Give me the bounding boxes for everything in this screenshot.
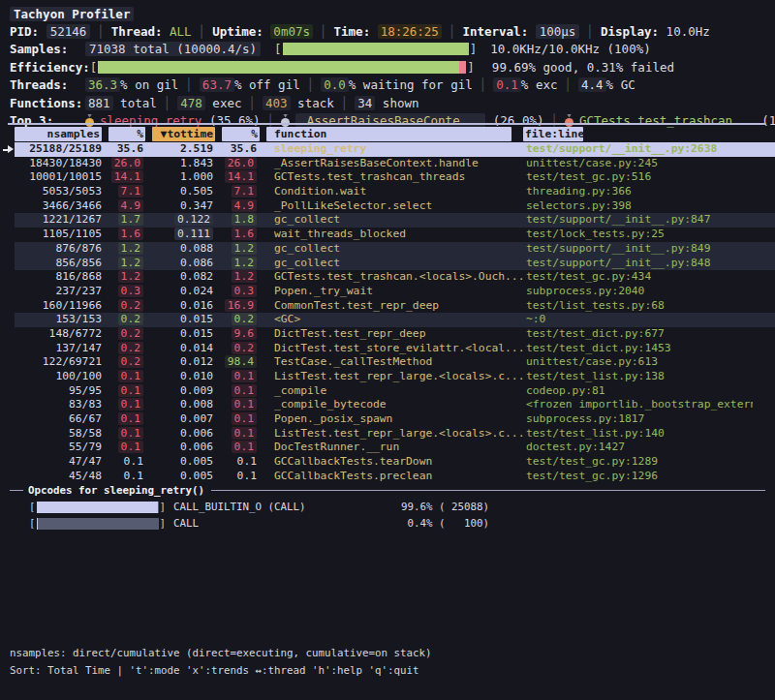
cell-tottime: 1.843 xyxy=(145,157,215,171)
tottime-value: 2.519 xyxy=(180,142,213,155)
pct-direct-value: 1.2 xyxy=(118,257,143,269)
cell-nsamples: 160/11966 xyxy=(15,299,102,314)
pct-cumulative-value: 1.2 xyxy=(232,257,257,269)
cell-function: Condition.wait xyxy=(260,185,526,199)
footer: nsamples: direct/cumulative (direct=exec… xyxy=(10,645,432,680)
tottime-value: 0.006 xyxy=(180,441,213,453)
cell-nsamples: 137/147 xyxy=(15,342,102,356)
table-row[interactable]: 122/697210.20.01298.4TestCase._callTestM… xyxy=(15,355,775,370)
opcode-row: []CALL 0.4% ( 100) xyxy=(29,516,765,531)
cell-pct-direct: 1.2 xyxy=(102,242,145,257)
table-header-cell: nsamples xyxy=(15,127,102,141)
table-row[interactable]: 5053/50537.10.5057.1Condition.waitthread… xyxy=(15,185,775,199)
samples-bar-close-bracket: ] xyxy=(470,42,478,56)
table-row[interactable]: 58/580.10.0060.1ListTest.test_repr_large… xyxy=(15,427,775,441)
table-row[interactable]: 160/119660.20.01616.9CommonTest.test_rep… xyxy=(15,299,775,314)
cell-pct-direct: 1.2 xyxy=(102,257,145,271)
table-row[interactable]: 3466/34664.90.3474.9_PollLikeSelector.se… xyxy=(15,199,775,214)
cell-pct-direct: 0.2 xyxy=(102,299,145,314)
table-row[interactable]: 47/470.10.0050.1GCCallbackTests.tearDown… xyxy=(15,455,775,470)
cell-nsamples: 856/856 xyxy=(15,257,102,271)
stat-value: 478 xyxy=(177,96,205,110)
cell-pct-direct: 0.2 xyxy=(102,327,145,342)
cell-tottime: 0.505 xyxy=(145,185,215,199)
opcode-percentage: 99.6% ( 25088) xyxy=(401,501,489,513)
cell-file-line: test/list_tests.py:68 xyxy=(526,299,753,314)
efficiency-bar-open-bracket: [ xyxy=(90,60,98,75)
table-row[interactable]: 148/67720.20.0159.6DictTest.test_repr_de… xyxy=(15,327,775,342)
table-row[interactable]: 45/480.10.0050.1GCCallbackTests.preclean… xyxy=(15,470,775,484)
samples-bar-open-bracket: [ xyxy=(274,42,282,56)
tottime-value: 0.007 xyxy=(180,412,213,425)
cell-nsamples: 1105/1105 xyxy=(15,228,102,242)
cell-nsamples: 876/876 xyxy=(15,242,102,257)
pct-direct-value: 0.1 xyxy=(118,441,143,453)
pct-direct-value: 0.2 xyxy=(118,327,143,340)
table-row[interactable]: 1221/12671.70.1221.8gc_collecttest/suppo… xyxy=(15,213,775,228)
table-row[interactable]: 100/1000.10.0100.1ListTest.test_repr_lar… xyxy=(15,370,775,384)
column-header-pct-cumulative[interactable]: % xyxy=(222,127,260,141)
table-row[interactable]: 25188/2518935.62.51935.6sleeping_retryte… xyxy=(15,142,775,157)
table-row[interactable]: 10001/1001514.11.00014.1GCTests.test_tra… xyxy=(15,170,775,185)
table-row[interactable]: 55/790.10.0060.1DocTestRunner.__rundocte… xyxy=(15,441,775,455)
cell-file-line: test/test_gc.py:516 xyxy=(526,170,753,185)
cell-file-line: test/test_dict.py:1453 xyxy=(526,342,753,356)
pct-direct-value: 1.6 xyxy=(118,228,143,240)
cell-pct-cumulative: 0.2 xyxy=(215,342,260,356)
opcode-name: CALL_BUILTIN_O (CALL) xyxy=(173,501,401,513)
functions-label: Functions: xyxy=(10,96,85,110)
cell-function: gc_collect xyxy=(260,257,526,271)
cell-pct-cumulative: 0.1 xyxy=(215,412,260,427)
cell-nsamples: 25188/25189 xyxy=(15,142,102,157)
column-header-pct-direct[interactable]: % xyxy=(108,127,145,141)
table-row[interactable]: 18430/1843026.01.84326.0_AssertRaisesBas… xyxy=(15,157,775,171)
pct-cumulative-value: 0.1 xyxy=(237,470,257,482)
stat-value: 881 xyxy=(85,96,113,110)
cell-tottime: 0.014 xyxy=(145,342,215,356)
pct-direct-value: 0.2 xyxy=(118,313,143,325)
pct-direct-value: 0.2 xyxy=(118,342,143,354)
table-row[interactable]: 816/8681.20.0821.2GCTests.test_trashcan.… xyxy=(15,270,775,285)
column-header-file-line[interactable]: file:line xyxy=(523,127,583,141)
table-row[interactable]: 137/1470.20.0140.2DictTest.test_store_ev… xyxy=(15,342,775,356)
cell-pct-direct: 0.1 xyxy=(102,370,145,384)
table-row[interactable]: 153/1530.20.0150.2<GC>~:0 xyxy=(15,313,775,327)
column-header-function[interactable]: function xyxy=(266,127,512,141)
cell-file-line: test/test_gc.py:1296 xyxy=(526,470,753,484)
stat-value: 403 xyxy=(263,96,291,110)
cell-tottime: 0.009 xyxy=(145,384,215,399)
cell-pct-cumulative: 0.3 xyxy=(215,285,260,299)
stat-item: 4.4% GC xyxy=(578,77,636,92)
stats-table: nsamples%▼tottime%functionfile:line 2518… xyxy=(0,123,775,484)
cell-tottime: 0.007 xyxy=(145,412,215,427)
cell-pct-cumulative: 98.4 xyxy=(215,355,260,370)
table-row[interactable]: 856/8561.20.0861.2gc_collecttest/support… xyxy=(15,257,775,271)
column-header-tottime-sorted[interactable]: ▼tottime xyxy=(152,127,215,141)
pct-cumulative-value: 0.2 xyxy=(232,313,257,325)
tottime-value: 0.111 xyxy=(174,228,213,240)
cell-pct-cumulative: 0.1 xyxy=(215,455,260,470)
cell-pct-cumulative: 4.9 xyxy=(215,199,260,214)
cell-tottime: 0.012 xyxy=(145,355,215,370)
table-row[interactable]: 237/2370.30.0240.3Popen._try_waitsubproc… xyxy=(15,285,775,299)
table-row[interactable]: 83/830.10.0080.1_compile_bytecode<frozen… xyxy=(15,398,775,412)
pct-direct-value: 0.2 xyxy=(118,299,143,312)
cell-nsamples: 66/67 xyxy=(15,412,102,427)
pct-direct-value: 0.1 xyxy=(118,370,143,382)
table-row[interactable]: 66/670.10.0070.1Popen._posix_spawnsubpro… xyxy=(15,412,775,427)
opcodes-rule-right xyxy=(211,490,765,491)
cell-pct-direct: 0.1 xyxy=(102,384,145,399)
tottime-value: 0.086 xyxy=(180,257,213,269)
cell-nsamples: 58/58 xyxy=(15,427,102,441)
column-header-nsamples[interactable]: nsamples xyxy=(15,127,102,141)
pct-direct-value: 7.1 xyxy=(118,185,143,198)
cell-pct-cumulative: 9.6 xyxy=(215,327,260,342)
cell-nsamples: 83/83 xyxy=(15,398,102,412)
samples-rate: 10.0KHz/10.0KHz (100%) xyxy=(490,42,651,56)
cell-pct-cumulative: 0.1 xyxy=(215,370,260,384)
table-header: nsamples%▼tottime%functionfile:line xyxy=(15,125,775,142)
table-row[interactable]: 95/950.10.0090.1_compilecodeop.py:81 xyxy=(15,384,775,399)
table-row[interactable]: 1105/11051.60.1111.6wait_threads_blocked… xyxy=(15,228,775,242)
table-row[interactable]: 876/8761.20.0881.2gc_collecttest/support… xyxy=(15,242,775,257)
efficiency-bar-failed-fill xyxy=(459,61,466,74)
